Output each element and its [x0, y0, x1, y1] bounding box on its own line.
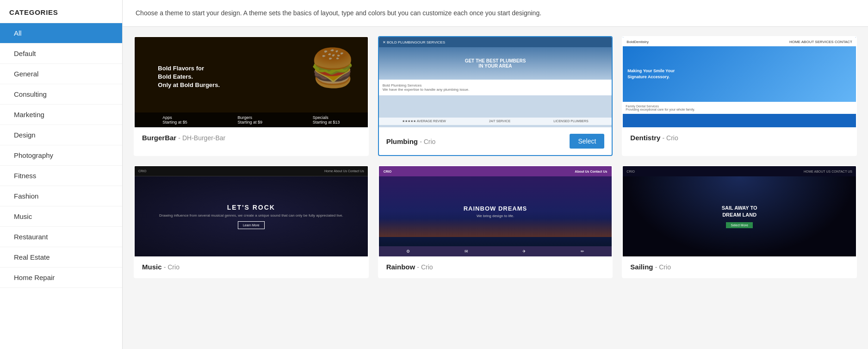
sidebar-title: CATEGORIES — [0, 0, 122, 23]
sidebar-item-restaurant[interactable]: Restaurant — [0, 227, 122, 247]
theme-card-sailing[interactable]: CRIO HOME ABOUT US CONTACT US SAIL AWAY … — [622, 165, 857, 278]
sidebar-item-fitness[interactable]: Fitness — [0, 166, 122, 186]
dentistry-preview-image: BoldDentistry HOME ABOUT SERVICES CONTAC… — [623, 37, 856, 127]
theme-name-sailing: Sailing - Crio — [630, 263, 671, 271]
theme-card-plumbing[interactable]: ✕ BOLD PLUMBING OUR SERVICES GET THE BES… — [378, 36, 613, 156]
sidebar-item-fashion[interactable]: Fashion — [0, 186, 122, 206]
theme-name-rainbow: Rainbow - Crio — [386, 263, 433, 271]
theme-info-rainbow: Rainbow - Crio — [379, 256, 612, 277]
main-content: Choose a theme to start your design. A t… — [123, 0, 868, 349]
theme-info-plumbing: Plumbing - Crio Select — [379, 127, 612, 155]
music-preview-image: CRIO Home About Us Contact Us LET'S ROCK… — [135, 166, 368, 256]
sidebar-item-default[interactable]: Default — [0, 44, 122, 64]
burger-bar-preview-image: Bold Flavors forBold Eaters.Only at Bold… — [135, 37, 368, 127]
theme-preview-sailing: CRIO HOME ABOUT US CONTACT US SAIL AWAY … — [623, 166, 856, 256]
sidebar-item-real-estate[interactable]: Real Estate — [0, 247, 122, 268]
sailing-preview-image: CRIO HOME ABOUT US CONTACT US SAIL AWAY … — [623, 166, 856, 256]
sidebar-item-all[interactable]: All — [0, 23, 122, 44]
theme-info-sailing: Sailing - Crio — [623, 256, 856, 277]
theme-preview-plumbing: ✕ BOLD PLUMBING OUR SERVICES GET THE BES… — [379, 37, 612, 127]
theme-info-burgerbar: BurgerBar - DH-Burger-Bar — [135, 127, 368, 148]
theme-name-dentistry: Dentistry - Crio — [630, 134, 678, 142]
main-header: Choose a theme to start your design. A t… — [123, 0, 868, 27]
plumbing-preview-image: ✕ BOLD PLUMBING OUR SERVICES GET THE BES… — [379, 37, 612, 127]
header-description: Choose a theme to start your design. A t… — [136, 8, 855, 18]
sidebar-item-marketing[interactable]: Marketing — [0, 105, 122, 125]
sidebar-item-music[interactable]: Music — [0, 206, 122, 227]
theme-info-dentistry: Dentistry - Crio — [623, 127, 856, 148]
select-button-plumbing[interactable]: Select — [570, 134, 604, 149]
theme-name-burgerbar: BurgerBar - DH-Burger-Bar — [142, 134, 225, 142]
sidebar-item-photography[interactable]: Photography — [0, 145, 122, 166]
theme-name-plumbing: Plumbing - Crio — [386, 137, 436, 145]
theme-preview-dentistry: BoldDentistry HOME ABOUT SERVICES CONTAC… — [623, 37, 856, 127]
theme-preview-music: CRIO Home About Us Contact Us LET'S ROCK… — [135, 166, 368, 256]
theme-card-dentistry[interactable]: BoldDentistry HOME ABOUT SERVICES CONTAC… — [622, 36, 857, 156]
sidebar-item-consulting[interactable]: Consulting — [0, 84, 122, 105]
rainbow-preview-image: CRIO About Us Contact Us RAINBOW DREAMS … — [379, 166, 612, 256]
sidebar-item-general[interactable]: General — [0, 64, 122, 84]
themes-grid: Bold Flavors forBold Eaters.Only at Bold… — [123, 27, 868, 349]
theme-preview-rainbow: CRIO About Us Contact Us RAINBOW DREAMS … — [379, 166, 612, 256]
theme-card-music[interactable]: CRIO Home About Us Contact Us LET'S ROCK… — [134, 165, 369, 278]
theme-preview-burgerbar: Bold Flavors forBold Eaters.Only at Bold… — [135, 37, 368, 127]
sidebar-item-home-repair[interactable]: Home Repair — [0, 268, 122, 288]
theme-info-music: Music - Crio — [135, 256, 368, 277]
theme-name-music: Music - Crio — [142, 263, 180, 271]
sidebar: CATEGORIES All Default General Consultin… — [0, 0, 123, 349]
theme-card-burgerbar[interactable]: Bold Flavors forBold Eaters.Only at Bold… — [134, 36, 369, 156]
sidebar-item-design[interactable]: Design — [0, 125, 122, 145]
theme-card-rainbow[interactable]: CRIO About Us Contact Us RAINBOW DREAMS … — [378, 165, 613, 278]
